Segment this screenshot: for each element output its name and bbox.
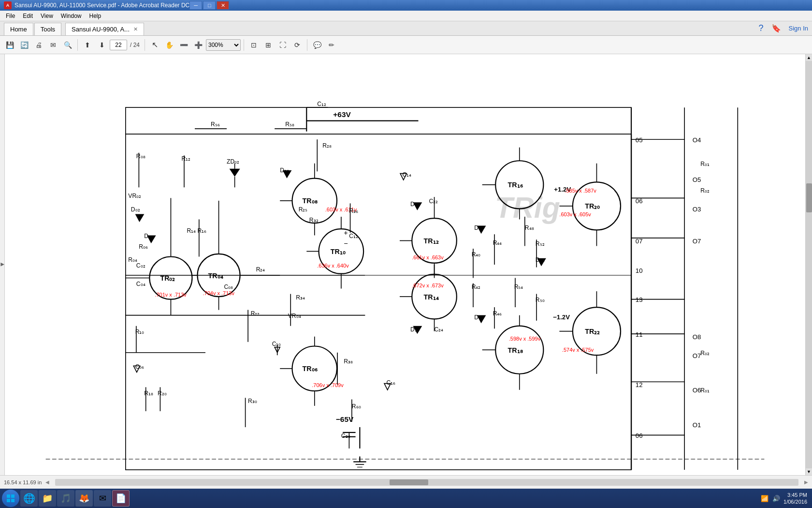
tab-document[interactable]: Sansui AU-9900, A... ✕ [65,23,144,35]
svg-text:R₅₈: R₅₈ [285,121,294,128]
hscroll-thumb[interactable] [390,479,428,485]
svg-text:R₆₀: R₆₀ [352,403,361,410]
hand-tool-button[interactable]: ✋ [162,38,176,52]
recent-files-button[interactable]: 🔄 [17,38,31,52]
draw-button[interactable]: ✏ [325,38,338,52]
scroll-down-arrow[interactable]: ▼ [806,468,812,475]
svg-text:.598v x .599v: .598v x .599v [509,336,541,342]
svg-text:R₂₀: R₂₀ [158,390,167,397]
svg-rect-0 [46,54,765,475]
left-panel-toggle[interactable]: ◀ [0,54,5,475]
taskbar-firefox-icon[interactable]: 🦊 [75,490,93,507]
svg-text:11: 11 [636,331,643,338]
svg-rect-219 [11,499,14,502]
svg-text:TR₂₀: TR₂₀ [585,202,600,210]
comment-button[interactable]: 💬 [310,38,324,52]
prev-page-button[interactable]: ⬆ [81,38,94,52]
zoom-out-button[interactable]: ➖ [177,38,190,52]
menu-edit[interactable]: Edit [19,12,37,20]
signin-button[interactable]: Sign In [789,25,808,32]
scroll-up-arrow[interactable]: ▲ [806,54,812,61]
svg-text:.603v x .605v: .603v x .605v [559,211,591,217]
rotate-button[interactable]: ⟳ [290,38,304,52]
scroll-thumb[interactable] [806,183,812,212]
fit-width-button[interactable]: ⊞ [261,38,275,52]
print-button[interactable]: 🖨 [32,38,45,52]
separator-4 [307,39,307,51]
zoom-in-button[interactable]: ➕ [191,38,205,52]
page-total-label: / 24 [130,42,140,48]
svg-text:R₂₄: R₂₄ [256,266,265,273]
svg-text:R₂₅: R₂₅ [299,206,308,213]
next-page-button[interactable]: ⬇ [95,38,109,52]
svg-text:13: 13 [636,296,643,303]
svg-text:O6: O6 [693,387,701,394]
svg-text:O7: O7 [693,352,701,359]
taskbar-media-icon[interactable]: 🎵 [57,490,74,507]
svg-text:TR₁₀: TR₁₀ [331,248,346,255]
svg-text:C₂₂: C₂₂ [429,198,438,205]
titlebar: A Sansui AU-9900, AU-11000 Service.pdf -… [0,0,812,11]
cursor-tool-button[interactable]: ↖ [148,38,161,52]
menu-help[interactable]: Help [86,12,105,20]
taskbar-right: 📶 🔊 3:45 PM 1/06/2016 [760,492,810,506]
svg-text:VR₀₂: VR₀₂ [128,193,141,199]
svg-text:C₁₂: C₁₂ [349,233,358,239]
window-controls[interactable]: ─ □ ✕ [189,1,229,10]
svg-text:05: 05 [636,136,643,144]
horizontal-scrollbar[interactable] [55,479,798,486]
svg-text:10: 10 [636,267,643,274]
tab-home[interactable]: Home [4,23,33,35]
svg-text:TR₁₆: TR₁₆ [508,181,523,189]
fit-page-button[interactable]: ⊡ [247,38,261,52]
save-button[interactable]: 💾 [3,38,16,52]
page-number-input[interactable] [110,40,127,50]
maximize-button[interactable]: □ [203,1,216,10]
svg-text:.704v x .713v: .704v x .713v [203,290,235,296]
menu-view[interactable]: View [37,12,57,20]
taskbar-acrobat-icon[interactable]: 📄 [112,490,130,507]
close-button[interactable]: ✕ [217,1,229,10]
svg-rect-217 [11,494,14,498]
start-button[interactable] [2,490,19,507]
svg-text:06: 06 [636,432,643,439]
scroll-track[interactable] [806,61,812,468]
svg-rect-216 [7,494,10,498]
search-button[interactable]: 🔍 [61,38,74,52]
menu-window[interactable]: Window [57,12,86,20]
menu-file[interactable]: File [2,12,19,20]
email-button[interactable]: ✉ [46,38,60,52]
system-clock: 3:45 PM 1/06/2016 [783,492,807,506]
svg-text:R₀₁: R₀₁ [700,161,710,167]
circuit-diagram: +63V C₁₂ R₅₆ R₅₈ R₂₈ ZD₀₂ R₁₂ R₀₈ [5,54,805,475]
tab-close-icon[interactable]: ✕ [133,26,138,32]
svg-text:R₀₆: R₀₆ [139,243,148,250]
taskbar-ie-icon[interactable]: 🌐 [20,490,38,507]
svg-text:07: 07 [636,238,643,245]
tab-tools[interactable]: Tools [34,23,61,35]
pdf-viewport[interactable]: +63V C₁₂ R₅₆ R₅₈ R₂₈ ZD₀₂ R₁₂ R₀₈ [5,54,805,475]
right-scrollbar[interactable]: ▲ ▼ [805,54,812,475]
help-icon[interactable]: ? [759,23,764,33]
svg-text:+63V: +63V [333,110,351,119]
svg-text:−65V: −65V [336,415,354,423]
svg-text:.636v x .640v: .636v x .640v [317,263,349,269]
zoom-select[interactable]: 300% 50% 75% 100% 150% 200% 400% [206,39,241,51]
bookmark-icon[interactable]: 🔖 [771,24,781,33]
svg-text:06: 06 [636,197,643,205]
taskbar-explorer-icon[interactable]: 📁 [39,490,56,507]
svg-text:12: 12 [636,381,643,388]
svg-text:O3: O3 [693,206,701,213]
svg-text:.585v x .587v: .585v x .587v [565,188,596,194]
svg-text:.661v x .663v: .661v x .663v [412,254,444,260]
svg-text:.706v x .709v: .706v x .709v [312,382,344,388]
full-screen-button[interactable]: ⛶ [276,38,290,52]
svg-text:+: + [344,229,348,237]
taskbar-email-icon[interactable]: ✉ [94,490,111,507]
svg-text:−1.2V: −1.2V [553,314,570,321]
svg-text:O4: O4 [693,136,701,144]
svg-text:O1: O1 [693,421,701,429]
main-area: ◀ +63V C₁₂ R₅₆ R₅₈ R₂ [0,54,812,475]
minimize-button[interactable]: ─ [189,1,202,10]
svg-text:R₀₂: R₀₂ [700,350,710,357]
